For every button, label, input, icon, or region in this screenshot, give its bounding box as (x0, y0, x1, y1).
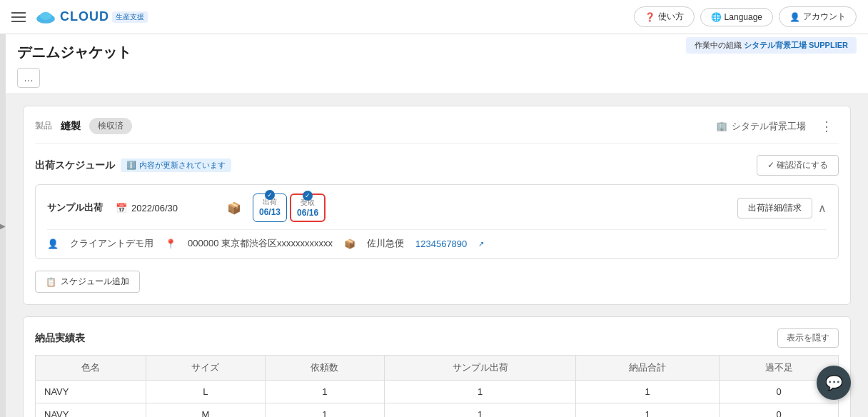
table-cell: L (146, 381, 265, 403)
delivery-icon: 📦 (344, 238, 355, 249)
schedule-name: サンプル出荷 (47, 201, 104, 214)
schedule-actions: 出荷詳細/請求 ∧ (737, 198, 827, 218)
hamburger-menu[interactable] (11, 12, 26, 22)
add-schedule-button[interactable]: 📋 スケジュール追加 (35, 271, 140, 293)
main-content: 製品 縫製 検収済 🏢 シタテル背景工場 ⋮ 出荷スケジュール ℹ️ 内容が更新… (6, 94, 868, 417)
help-icon: ❓ (645, 12, 655, 22)
show-hide-button[interactable]: 表示を隠す (777, 328, 839, 348)
date-stages: ✓ 出荷 06/13 ✓ 受取 06/16 (253, 194, 326, 222)
schedule-section: 出荷スケジュール ℹ️ 内容が更新されています ✓ 確認済にする サンプル出荷 … (35, 155, 839, 293)
performance-header: 納品実績表 表示を隠す (35, 328, 839, 348)
table-cell: 1 (576, 381, 720, 403)
confirm-button[interactable]: ✓ 確認済にする (757, 155, 839, 176)
logo-text: CLOUD (60, 9, 109, 24)
receive-check-icon: ✓ (303, 191, 313, 201)
side-nav[interactable]: ▶ (0, 34, 6, 417)
table-row: NAVYL1110 (36, 381, 839, 403)
carrier-text: 佐川急便 (367, 237, 404, 250)
product-header: 製品 縫製 検収済 🏢 シタテル背景工場 ⋮ (35, 118, 839, 144)
header-left: CLOUD 生産支援 (11, 7, 148, 27)
org-link[interactable]: シタテル背景工場 SUPPLIER (744, 41, 848, 49)
table-cell: 0 (720, 403, 839, 418)
account-button[interactable]: 👤 アカウント (779, 6, 857, 27)
performance-title: 納品実績表 (35, 332, 85, 345)
logo-badge: 生産支援 (112, 11, 148, 23)
table-header-row: 色名 サイズ 依頼数 サンプル出荷 納品合計 過不足 (36, 356, 839, 381)
schedule-detail: 👤 クライアントデモ用 📍 000000 東京都渋谷区xxxxxxxxxxxx … (47, 229, 827, 250)
update-info-badge: ℹ️ 内容が更新されています (121, 159, 231, 172)
table-cell: 1 (384, 403, 576, 418)
address-text: 000000 東京都渋谷区xxxxxxxxxxxx (188, 237, 333, 250)
cloud-logo-icon (34, 7, 57, 27)
add-schedule-label: スケジュール追加 (61, 276, 129, 288)
card-more-button[interactable]: ⋮ (814, 119, 839, 134)
help-button[interactable]: ❓ 使い方 (634, 6, 695, 27)
svg-point-3 (40, 11, 51, 19)
app-header: CLOUD 生産支援 ❓ 使い方 🌐 Language 👤 アカウント (0, 0, 868, 34)
account-icon: 👤 (789, 12, 800, 22)
schedule-row: サンプル出荷 📅 2022/06/30 📦 ✓ 出荷 06/13 (35, 184, 839, 259)
ship-icon: 📦 (227, 201, 241, 215)
tracking-link[interactable]: 1234567890 (415, 238, 467, 249)
detail-name: クライアントデモ用 (70, 237, 153, 250)
schedule-title: 出荷スケジュール (35, 159, 115, 172)
status-badge: 検収済 (89, 118, 132, 134)
date-text: 2022/06/30 (131, 203, 178, 213)
table-cell: 1 (265, 403, 384, 418)
supplier-icon: 🏢 (716, 121, 727, 131)
header-right: ❓ 使い方 🌐 Language 👤 アカウント (634, 6, 857, 27)
logo-area: CLOUD 生産支援 (34, 7, 148, 27)
col-delivery: 納品合計 (576, 356, 720, 381)
performance-table: 色名 サイズ 依頼数 サンプル出荷 納品合計 過不足 NAVYL1110NAVY… (35, 355, 839, 417)
table-cell: 1 (265, 381, 384, 403)
supplier-area: 🏢 シタテル背景工場 (716, 120, 806, 133)
table-cell: M (146, 403, 265, 418)
performance-card: 納品実績表 表示を隠す 色名 サイズ 依頼数 サンプル出荷 納品合計 過不足 N… (23, 316, 851, 417)
collapse-toggle[interactable]: ∧ (818, 201, 827, 215)
table-row: NAVYM1110 (36, 403, 839, 418)
table-cell: NAVY (36, 403, 146, 418)
product-label: 製品 (35, 120, 52, 132)
chat-icon: 💬 (825, 374, 843, 391)
calendar-icon: 📅 (116, 203, 127, 213)
schedule-top: サンプル出荷 📅 2022/06/30 📦 ✓ 出荷 06/13 (47, 194, 827, 222)
table-cell: 1 (576, 403, 720, 418)
table-header: 色名 サイズ 依頼数 サンプル出荷 納品合計 過不足 (36, 356, 839, 381)
info-icon: ℹ️ (126, 161, 136, 170)
schedule-header: 出荷スケジュール ℹ️ 内容が更新されています ✓ 確認済にする (35, 155, 839, 176)
col-color: 色名 (36, 356, 146, 381)
col-sample: サンプル出荷 (384, 356, 576, 381)
language-icon: 🌐 (711, 12, 722, 22)
table-body: NAVYL1110NAVYM1110 (36, 381, 839, 418)
more-options-button[interactable]: … (17, 68, 40, 88)
product-card: 製品 縫製 検収済 🏢 シタテル背景工場 ⋮ 出荷スケジュール ℹ️ 内容が更新… (23, 106, 851, 305)
org-badge: 作業中の組織 シタテル背景工場 SUPPLIER (686, 37, 857, 54)
ship-check-icon: ✓ (265, 190, 275, 200)
side-nav-arrow-icon: ▶ (0, 222, 6, 230)
table-cell: 1 (384, 381, 576, 403)
table-cell: NAVY (36, 381, 146, 403)
person-icon: 👤 (47, 238, 59, 249)
add-schedule-icon: 📋 (46, 277, 56, 287)
ext-link-icon: ↗ (478, 240, 484, 248)
language-button[interactable]: 🌐 Language (700, 8, 773, 26)
schedule-date: 📅 2022/06/30 (116, 203, 216, 213)
product-name: 縫製 (61, 120, 81, 133)
stage-receive: ✓ 受取 06/16 (290, 194, 326, 222)
detail-button[interactable]: 出荷詳細/請求 (737, 198, 812, 218)
col-size: サイズ (146, 356, 265, 381)
chat-fab[interactable]: 💬 (817, 366, 851, 400)
location-icon: 📍 (165, 238, 176, 249)
col-qty: 依頼数 (265, 356, 384, 381)
stage-ship: ✓ 出荷 06/13 (253, 194, 287, 222)
supplier-name-text: シタテル背景工場 (732, 120, 806, 133)
